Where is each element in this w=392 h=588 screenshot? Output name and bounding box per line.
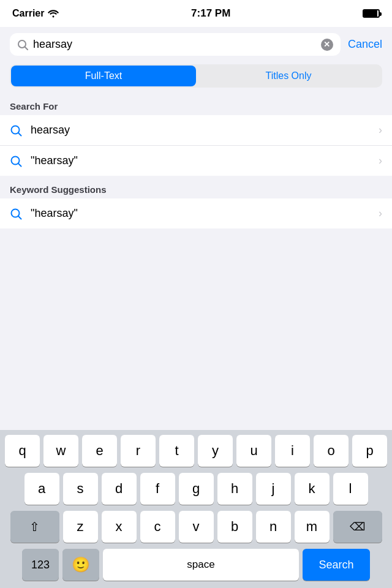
search-icon <box>17 39 28 50</box>
segment-control: Full-Text Titles Only <box>10 64 382 88</box>
svg-line-3 <box>18 133 21 136</box>
svg-line-5 <box>18 164 21 167</box>
status-time: 7:17 PM <box>191 7 230 20</box>
result-text-hearsay: hearsay <box>31 124 379 137</box>
cancel-button[interactable]: Cancel <box>348 38 382 51</box>
key-t[interactable]: t <box>159 435 194 467</box>
key-n[interactable]: n <box>256 511 291 543</box>
key-o[interactable]: o <box>314 435 349 467</box>
search-input[interactable]: hearsay <box>33 38 316 51</box>
status-right <box>363 9 380 18</box>
keyboard: q w e r t y u i o p a s d f g h j k l ⇧ … <box>0 430 392 588</box>
key-p[interactable]: p <box>352 435 387 467</box>
key-r[interactable]: r <box>121 435 156 467</box>
chevron-icon-2: › <box>379 154 382 167</box>
chevron-icon: › <box>379 124 382 137</box>
key-number[interactable]: 123 <box>22 549 59 581</box>
key-g[interactable]: g <box>179 473 214 505</box>
result-item-hearsay[interactable]: hearsay › <box>0 115 392 146</box>
key-j[interactable]: j <box>256 473 291 505</box>
result-item-hearsay-quoted[interactable]: "hearsay" › <box>0 146 392 176</box>
key-e[interactable]: e <box>82 435 117 467</box>
search-result-icon <box>10 124 22 137</box>
result-text-hearsay-quoted: "hearsay" <box>31 154 379 167</box>
chevron-icon-3: › <box>379 207 382 220</box>
key-u[interactable]: u <box>236 435 271 467</box>
svg-line-1 <box>25 47 28 50</box>
key-l[interactable]: l <box>333 473 368 505</box>
keyboard-row-1: q w e r t y u i o p <box>2 435 390 467</box>
key-b[interactable]: b <box>217 511 252 543</box>
keyboard-row-2: a s d f g h j k l <box>2 473 390 505</box>
key-v[interactable]: v <box>179 511 214 543</box>
keyword-section: Keyword Suggestions "hearsay" › <box>0 176 392 228</box>
carrier-label: Carrier <box>12 8 44 19</box>
key-i[interactable]: i <box>275 435 310 467</box>
key-z[interactable]: z <box>63 511 98 543</box>
keyword-text-hearsay: "hearsay" <box>31 207 379 220</box>
search-input-wrapper[interactable]: hearsay ✕ <box>10 33 341 56</box>
key-space[interactable]: space <box>103 549 299 581</box>
key-f[interactable]: f <box>140 473 175 505</box>
key-m[interactable]: m <box>295 511 330 543</box>
search-result-icon-2 <box>10 155 22 167</box>
key-c[interactable]: c <box>140 511 175 543</box>
svg-point-0 <box>18 40 26 48</box>
key-y[interactable]: y <box>198 435 233 467</box>
status-bar: Carrier 7:17 PM <box>0 0 392 27</box>
key-h[interactable]: h <box>217 473 252 505</box>
keyword-suggestions-header: Keyword Suggestions <box>0 176 392 198</box>
svg-line-7 <box>18 216 21 219</box>
keyboard-row-3: ⇧ z x c v b n m ⌫ <box>2 511 390 543</box>
key-q[interactable]: q <box>5 435 40 467</box>
key-shift[interactable]: ⇧ <box>10 511 59 543</box>
segment-titles-only[interactable]: Titles Only <box>196 66 381 86</box>
key-k[interactable]: k <box>295 473 330 505</box>
search-for-results: hearsay › "hearsay" › <box>0 115 392 176</box>
keyword-search-icon <box>10 208 22 220</box>
keyword-item-hearsay[interactable]: "hearsay" › <box>0 198 392 228</box>
key-x[interactable]: x <box>102 511 137 543</box>
search-for-header: Search For <box>0 92 392 115</box>
key-backspace[interactable]: ⌫ <box>333 511 382 543</box>
key-s[interactable]: s <box>63 473 98 505</box>
key-search[interactable]: Search <box>303 549 370 581</box>
segment-full-text[interactable]: Full-Text <box>11 66 196 86</box>
wifi-icon <box>48 9 59 18</box>
keyword-results: "hearsay" › <box>0 198 392 228</box>
key-emoji[interactable]: 🙂 <box>62 549 99 581</box>
clear-button[interactable]: ✕ <box>321 39 333 51</box>
status-left: Carrier <box>12 8 59 19</box>
key-w[interactable]: w <box>43 435 78 467</box>
keyboard-bottom-row: 123 🙂 space Search <box>2 549 390 581</box>
search-bar-container: hearsay ✕ Cancel <box>0 27 392 62</box>
key-a[interactable]: a <box>24 473 59 505</box>
battery-icon <box>363 9 380 18</box>
key-d[interactable]: d <box>102 473 137 505</box>
